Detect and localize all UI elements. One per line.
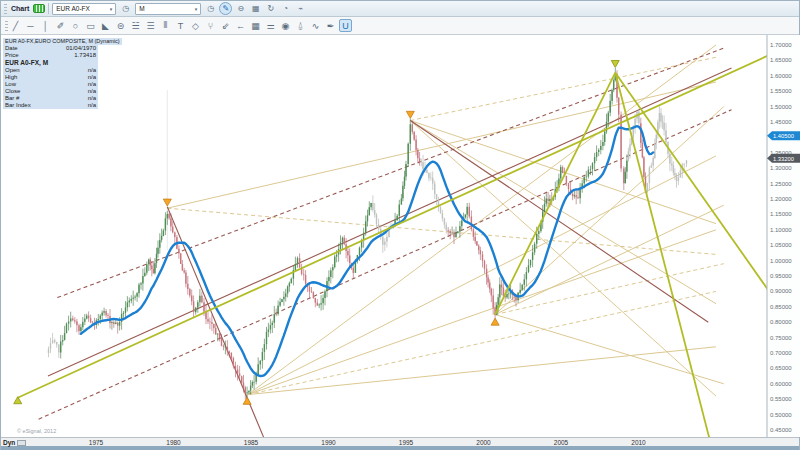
interval-combo-value: M [139, 5, 144, 12]
panel-row: Bar #n/a [3, 95, 98, 102]
hline-tool-icon[interactable]: ─ [24, 19, 37, 32]
ma-value-tag-value: 1.40500 [773, 133, 794, 139]
indicator-grid-icon[interactable]: ▦ [249, 2, 262, 15]
pen-tool-icon[interactable]: ✐ [54, 19, 67, 32]
panel-row-label: Date [5, 45, 18, 52]
panel-row: Bar Indexn/a [3, 102, 98, 109]
price-axis-label: 0.60000 [770, 381, 792, 387]
remove-drawing-icon[interactable]: ⊖ [234, 2, 247, 15]
time-axis-label: 1990 [321, 439, 335, 446]
price-axis-label: 1.00000 [770, 258, 792, 264]
panel-row: Closen/a [3, 88, 98, 95]
panel-row-label: Close [5, 88, 20, 95]
drawing-tools-group: ╱─│✐○▭◣⊜☱☰⫴T◇⑂⇙←▦⚌◉⍙∿✒U [9, 19, 352, 32]
panel-row-label: Low [5, 81, 16, 88]
time-axis-label: 2005 [554, 439, 568, 446]
clock-icon[interactable]: ◔ [279, 2, 292, 15]
channel-tool-icon[interactable]: ⚌ [264, 19, 277, 32]
arrow-tool-icon[interactable]: ← [234, 19, 247, 32]
cycle-lines-tool-icon[interactable]: ⫴ [159, 19, 172, 32]
panel-row-value: n/a [88, 81, 96, 88]
chart-toolbar: Chart EUR A0-FX ▾ ◷ M ▾ ◷✎⊖▦↻◔⌁ [1, 1, 799, 17]
chart-live-icon [33, 4, 45, 13]
eye-tool-icon[interactable]: ◉ [279, 19, 292, 32]
chevron-down-icon: ▾ [110, 6, 113, 12]
toolbar-drag-handle[interactable] [4, 4, 7, 14]
refresh-icon[interactable]: ↻ [264, 2, 277, 15]
price-axis-label: 0.65000 [770, 365, 792, 371]
vline-tool-icon[interactable]: │ [39, 19, 52, 32]
price-axis-label: 1.10000 [770, 227, 792, 233]
regression-tool-icon[interactable]: ⇙ [219, 19, 232, 32]
panel-row: Date01/04/1970 [3, 45, 98, 52]
price-axis-label: 1.55000 [770, 88, 792, 94]
price-axis-label: 0.55000 [770, 396, 792, 402]
brush-tool-icon[interactable]: ◣ [99, 19, 112, 32]
pin-tool-icon[interactable]: ✒ [324, 19, 337, 32]
interval-time-icon[interactable]: ◷ [204, 2, 217, 15]
last-price-tag-value: 1.33200 [773, 156, 794, 162]
toolbar-drag-handle[interactable] [5, 21, 8, 31]
panel-row-label: Open [5, 67, 20, 74]
time-axis-label: 2000 [476, 439, 490, 446]
price-axis-label: 0.90000 [770, 288, 792, 294]
symbol-combo-value: EUR A0-FX [56, 5, 90, 12]
price-axis-label: 0.50000 [770, 412, 792, 418]
price-axis-label: 1.65000 [770, 57, 792, 63]
price-axis-label: 1.45000 [770, 119, 792, 125]
panel-row: Highn/a [3, 74, 98, 81]
axis-settings-icon[interactable] [17, 440, 26, 446]
time-axis-label: 2010 [631, 439, 645, 446]
pitchfork-tool-icon[interactable]: ⑂ [204, 19, 217, 32]
fib-circle-tool-icon[interactable]: ⊜ [114, 19, 127, 32]
price-axis-label: 0.95000 [770, 273, 792, 279]
price-axis-label: 0.80000 [770, 319, 792, 325]
price-axis-label: 1.20000 [770, 196, 792, 202]
line-tool-icon[interactable]: ╱ [9, 19, 22, 32]
link-icon[interactable]: ⌁ [294, 2, 307, 15]
toolbar-group-b: ◷✎⊖▦↻◔⌁ [204, 2, 307, 15]
time-axis-label: 1980 [166, 439, 180, 446]
fib-retracement-tool-icon[interactable]: ☱ [129, 19, 142, 32]
marker-tool-icon[interactable]: ◇ [189, 19, 202, 32]
panel-row-label: Bar Index [5, 102, 31, 109]
panel-row-value: n/a [88, 102, 96, 109]
panel-row-value: 1.73418 [74, 52, 96, 59]
ellipse-tool-icon[interactable]: ○ [69, 19, 82, 32]
symbol-combo[interactable]: EUR A0-FX ▾ [52, 3, 116, 15]
panel-symbol-label: EUR A0-FX, M [3, 59, 98, 67]
price-axis-label: 0.75000 [770, 335, 792, 341]
price-axis-label: 1.05000 [770, 242, 792, 248]
fib-extension-tool-icon[interactable]: ☰ [144, 19, 157, 32]
price-axis-label: 0.45000 [770, 427, 792, 433]
gann-tool-icon[interactable]: ⍙ [294, 19, 307, 32]
text-tool-icon[interactable]: T [174, 19, 187, 32]
panel-row-value: n/a [88, 74, 96, 81]
price-axis-label: 1.25000 [770, 181, 792, 187]
panel-row: Openn/a [3, 67, 98, 74]
price-axis-label: 1.30000 [770, 165, 792, 171]
wave-tool-icon[interactable]: ∿ [309, 19, 322, 32]
symbol-history-icon[interactable]: ◷ [119, 2, 132, 15]
rect-tool-icon[interactable]: ▭ [84, 19, 97, 32]
chevron-down-icon: ▾ [195, 6, 198, 12]
price-axis-label: 1.15000 [770, 211, 792, 217]
underline-tool-icon[interactable]: U [339, 19, 352, 32]
window-title: Chart [10, 5, 30, 12]
price-axis-label: 0.70000 [770, 350, 792, 356]
dyn-mode-toggle[interactable]: Dyn [3, 438, 26, 447]
panel-row: Price1.73418 [3, 52, 98, 59]
window-bottom-edge [1, 446, 799, 450]
drawing-toolbar: ╱─│✐○▭◣⊜☱☰⫴T◇⑂⇙←▦⚌◉⍙∿✒U [1, 17, 799, 35]
price-axis-label: 1.50000 [770, 104, 792, 110]
panel-row-value: n/a [88, 67, 96, 74]
time-axis-label: 1975 [89, 439, 103, 446]
price-axis-label: 0.85000 [770, 304, 792, 310]
draw-pencil-icon[interactable]: ✎ [219, 2, 232, 15]
grid-tool-icon[interactable]: ▦ [249, 19, 262, 32]
copyright-label: © eSignal, 2012 [17, 428, 56, 434]
panel-row: Lown/a [3, 81, 98, 88]
panel-row-value: n/a [88, 88, 96, 95]
panel-row-label: High [5, 74, 17, 81]
interval-combo[interactable]: M ▾ [135, 3, 201, 15]
